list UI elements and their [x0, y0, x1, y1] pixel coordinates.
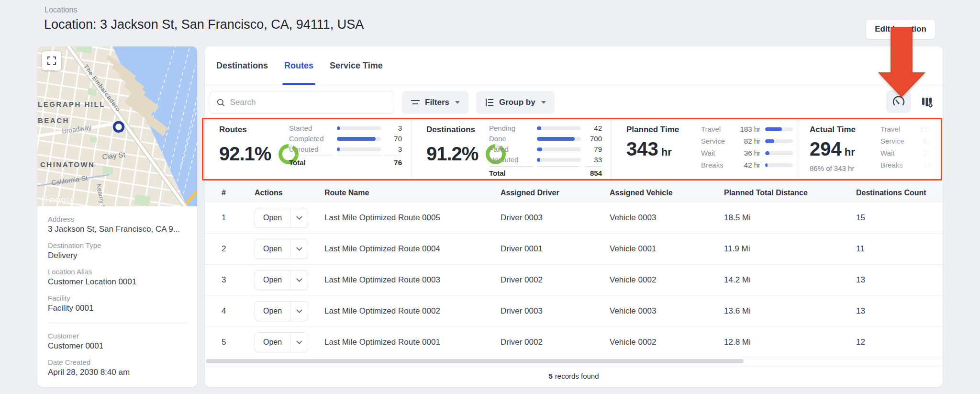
map-fullscreen-button[interactable]	[42, 51, 61, 70]
details-divider	[48, 323, 187, 323]
open-route-button[interactable]: Open	[255, 208, 308, 228]
table-row: 2 Open Last Mile Optimized Route 0004Dri…	[205, 234, 943, 265]
records-count: 5 records found	[205, 365, 943, 387]
breadcrumb[interactable]: Locations	[45, 6, 78, 14]
horizontal-scrollbar[interactable]	[206, 359, 744, 363]
fullscreen-icon	[47, 56, 56, 65]
stats-strip: Routes 92.1% Started3 Completed70 Unrout…	[205, 118, 943, 180]
tab-destinations[interactable]: Destinations	[216, 46, 268, 85]
routes-breakdown: Started3 Completed70 Unrouted3 Total76	[289, 124, 402, 167]
open-route-button[interactable]: Open	[255, 332, 308, 352]
destinations-breakdown: Pending42 Done700 Failed79 Unrouted33 To…	[489, 124, 602, 177]
routes-stat-panel: Routes 92.1% Started3 Completed70 Unrout…	[205, 118, 412, 180]
table-header: #ActionsRoute Name Assigned DriverAssign…	[205, 183, 943, 203]
actual-time-breakdown: Travel176 hr Service82 hr Wait22 hr Brea…	[880, 125, 943, 169]
chevron-down-icon	[296, 245, 302, 251]
chevron-down-icon	[296, 214, 302, 220]
table-row: 1 Open Last Mile Optimized Route 0005Dri…	[205, 203, 943, 234]
map-attribution: Google	[41, 194, 75, 204]
routes-panel-card: Destinations Routes Service Time Filters	[205, 46, 943, 387]
table-row: 4 Open Last Mile Optimized Route 0002Dri…	[205, 296, 943, 327]
tab-routes[interactable]: Routes	[284, 46, 313, 85]
location-summary-card: The Embarcadero LEGRAPH HILL BEACH CHINA…	[37, 46, 197, 387]
table-row: 5 Open Last Mile Optimized Route 0001Dri…	[205, 327, 943, 358]
toolbar: Filters Group by	[205, 85, 943, 118]
detail-location-alias: Location AliasCustomer Location 0001	[48, 268, 187, 287]
location-marker	[114, 123, 123, 132]
location-detail-page: Locations Location: 3 Jackson St, San Fr…	[0, 0, 980, 394]
open-route-menu-button[interactable]	[290, 302, 308, 321]
chevron-down-icon	[296, 307, 302, 313]
detail-date-created: Date CreatedApril 28, 2030 8:40 am	[48, 358, 187, 377]
search-input[interactable]	[230, 98, 387, 107]
routes-percent: 92.1%	[219, 143, 271, 165]
filters-caret-icon	[455, 101, 460, 104]
detail-facility: FacilityFacility 0001	[48, 294, 187, 313]
search-icon	[217, 98, 225, 107]
planned-time-value: 343hr	[626, 138, 672, 160]
page-title: Location: 3 Jackson St, San Francisco, C…	[44, 17, 364, 32]
table-row: 3 Open Last Mile Optimized Route 0003Dri…	[205, 265, 943, 296]
open-route-menu-button[interactable]	[290, 270, 308, 290]
planned-time-breakdown: Travel183 hr Service82 hr Wait36 hr Brea…	[701, 125, 793, 169]
chevron-down-icon	[296, 338, 302, 344]
gauge-icon	[892, 96, 905, 107]
columns-gear-icon	[921, 96, 934, 108]
map-label-chinatown: CHINATOWN	[40, 160, 95, 169]
group-by-button[interactable]: Group by	[476, 91, 555, 114]
column-settings-button[interactable]	[919, 95, 936, 109]
search-box[interactable]	[210, 91, 394, 114]
map-label-beach: BEACH	[38, 116, 69, 124]
location-map[interactable]: The Embarcadero LEGRAPH HILL BEACH CHINA…	[37, 46, 197, 206]
tab-bar: Destinations Routes Service Time	[205, 46, 943, 85]
filters-icon	[411, 98, 420, 107]
planned-time-stat-panel: Planned Time 343hr Travel183 hr Service8…	[612, 118, 798, 180]
open-route-menu-button[interactable]	[290, 239, 308, 259]
map-label-hill: LEGRAPH HILL	[38, 100, 105, 108]
group-by-caret-icon	[541, 101, 546, 104]
actual-time-stat-panel: Actual Time 294hr 86% of 343 hr Travel17…	[798, 118, 943, 180]
map-image: The Embarcadero LEGRAPH HILL BEACH CHINA…	[37, 46, 197, 206]
open-route-button[interactable]: Open	[255, 301, 308, 321]
detail-customer: CustomerCustomer 0001	[48, 332, 187, 351]
detail-address: Address3 Jackson St, San Francisco, CA 9…	[48, 215, 187, 234]
dashboard-stats-toggle-button[interactable]	[886, 90, 911, 113]
open-route-menu-button[interactable]	[290, 208, 308, 227]
open-route-menu-button[interactable]	[290, 333, 308, 352]
filters-button[interactable]: Filters	[402, 91, 468, 114]
edit-location-button[interactable]: Edit Location	[866, 19, 935, 39]
destinations-percent: 91.2%	[426, 143, 478, 165]
destinations-stat-panel: Destinations 91.2% Pending42 Done700 Fai…	[412, 118, 612, 180]
detail-destination-type: Destination TypeDelivery	[48, 241, 187, 260]
actual-time-value: 294hr	[810, 138, 855, 160]
group-by-icon	[485, 98, 494, 107]
chevron-down-icon	[296, 276, 302, 282]
open-route-button[interactable]: Open	[255, 239, 308, 259]
routes-table: #ActionsRoute Name Assigned DriverAssign…	[205, 183, 943, 358]
location-details: Address3 Jackson St, San Francisco, CA 9…	[37, 206, 197, 377]
open-route-button[interactable]: Open	[255, 270, 308, 290]
tab-service-time[interactable]: Service Time	[330, 46, 383, 85]
actual-time-subtitle: 86% of 343 hr	[810, 164, 854, 172]
